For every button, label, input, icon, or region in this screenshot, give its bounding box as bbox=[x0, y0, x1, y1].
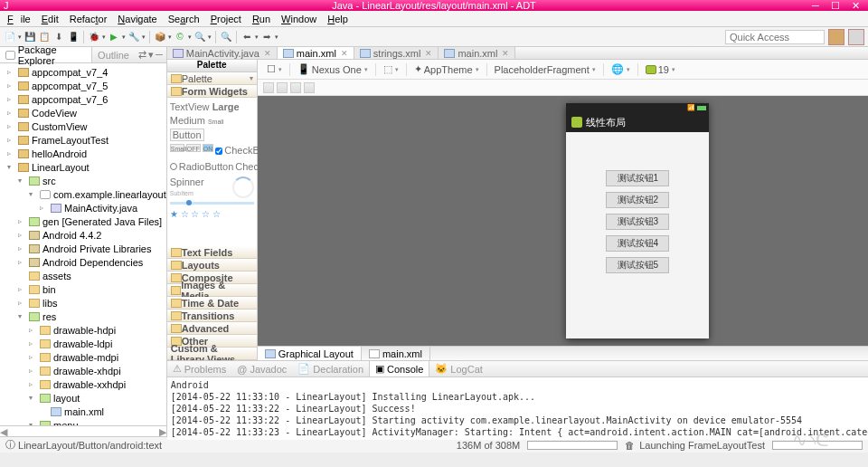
tree-node[interactable]: assets bbox=[0, 269, 166, 282]
tab-package-explorer[interactable]: Package Explorer bbox=[0, 47, 92, 62]
back-icon[interactable]: ⬅ bbox=[241, 31, 253, 43]
preview-button[interactable]: 测试按钮5 bbox=[606, 257, 669, 273]
download-icon[interactable]: ⬇ bbox=[52, 31, 65, 43]
api-dropdown[interactable]: 19 bbox=[642, 63, 679, 76]
tree-node[interactable]: main.xml bbox=[0, 405, 166, 418]
project-tree[interactable]: ▹appcompat_v7_4▹appcompat_v7_5▹appcompat… bbox=[0, 63, 166, 425]
tab-console[interactable]: ▣ Console bbox=[369, 361, 429, 376]
editor-tab[interactable]: strings.xml✕ bbox=[354, 47, 439, 59]
ext-tools-icon[interactable]: 🔧 bbox=[127, 31, 140, 43]
editor-tab[interactable]: main.xml✕ bbox=[439, 47, 515, 59]
tree-node[interactable]: ▾LinearLayout bbox=[0, 160, 166, 174]
tab-declaration[interactable]: 📄 Declaration bbox=[292, 361, 369, 376]
tree-node[interactable]: ▹appcompat_v7_5 bbox=[0, 79, 166, 92]
device-dropdown[interactable]: 📱 Nexus One bbox=[294, 62, 372, 76]
tree-node[interactable]: ▹appcompat_v7_4 bbox=[0, 65, 166, 79]
perspective-other[interactable] bbox=[848, 29, 864, 45]
quick-access-input[interactable] bbox=[725, 30, 825, 44]
tree-node[interactable]: ▾src bbox=[0, 174, 166, 187]
tree-node[interactable]: ▹gen [Generated Java Files] bbox=[0, 214, 166, 228]
tab-problems[interactable]: ⚠ Problems bbox=[167, 361, 231, 376]
tree-node[interactable]: ▹libs bbox=[0, 296, 166, 310]
editor-tab[interactable]: main.xml✕ bbox=[278, 47, 354, 59]
tree-node[interactable]: ▹appcompat_v7_6 bbox=[0, 92, 166, 106]
palette-images[interactable]: Images & Media bbox=[167, 284, 257, 297]
tree-node[interactable]: ▾com.example.linearlayout bbox=[0, 187, 166, 201]
new-icon[interactable]: 📄 bbox=[4, 31, 16, 43]
tree-node[interactable]: ▾layout bbox=[0, 391, 166, 405]
canvas-tool-2[interactable] bbox=[277, 82, 288, 93]
tree-node[interactable]: ▹Android 4.4.2 bbox=[0, 228, 166, 242]
theme-dropdown[interactable]: ✦ AppTheme bbox=[410, 62, 483, 76]
menu-window[interactable]: Window bbox=[278, 14, 320, 24]
close-button[interactable]: ✕ bbox=[846, 0, 864, 12]
search-icon[interactable]: 🔍 bbox=[220, 31, 232, 43]
palette-radio[interactable] bbox=[170, 163, 177, 170]
menu-edit[interactable]: Edit bbox=[38, 14, 62, 24]
new-class-icon[interactable]: © bbox=[174, 31, 186, 43]
tree-node[interactable]: ▹Android Private Libraries bbox=[0, 242, 166, 255]
preview-button[interactable]: 测试按钮2 bbox=[606, 192, 669, 208]
canvas-tool-1[interactable] bbox=[263, 82, 274, 93]
scroll-right-icon[interactable]: ▶ bbox=[159, 426, 166, 436]
minimize-view-icon[interactable]: ─ bbox=[156, 49, 163, 61]
new-package-icon[interactable]: 📦 bbox=[154, 31, 166, 43]
tree-node[interactable]: ▹FrameLayoutTest bbox=[0, 133, 166, 147]
tab-javadoc[interactable]: @ Javadoc bbox=[231, 361, 292, 376]
menu-file[interactable]: File bbox=[4, 14, 34, 24]
view-menu-icon[interactable]: ▾ bbox=[148, 49, 154, 61]
palette-slider[interactable] bbox=[170, 202, 254, 205]
scroll-left-icon[interactable]: ◀ bbox=[0, 426, 7, 436]
palette-dropdown[interactable]: Palette bbox=[167, 72, 257, 85]
phone-icon[interactable]: 📱 bbox=[67, 31, 80, 43]
palette-form-widgets[interactable]: Form Widgets bbox=[167, 85, 257, 98]
tree-node[interactable]: ▾res bbox=[0, 310, 166, 323]
fragment-dropdown[interactable]: PlaceholderFragment bbox=[491, 63, 599, 76]
menu-help[interactable]: Help bbox=[324, 14, 352, 24]
editor-tab[interactable]: MainActivity.java✕ bbox=[167, 47, 278, 59]
tree-node[interactable]: ▹drawable-ldpi bbox=[0, 337, 166, 350]
palette-transitions[interactable]: Transitions bbox=[167, 310, 257, 322]
tree-node[interactable]: ▹Android Dependencies bbox=[0, 255, 166, 269]
tab-graphical-layout[interactable]: Graphical Layout bbox=[258, 347, 362, 360]
save-all-icon[interactable]: 📋 bbox=[38, 31, 51, 43]
tab-xml-source[interactable]: main.xml bbox=[362, 347, 430, 360]
menu-run[interactable]: Run bbox=[249, 14, 274, 24]
console-output[interactable]: Android [2014-05-22 11:33:10 - LinearLay… bbox=[167, 377, 868, 440]
tree-node[interactable]: ▹drawable-hdpi bbox=[0, 323, 166, 337]
preview-button[interactable]: 测试按钮4 bbox=[606, 235, 669, 252]
run-icon[interactable]: ▶ bbox=[108, 31, 120, 43]
forward-icon[interactable]: ➡ bbox=[260, 31, 273, 43]
memory-bar[interactable] bbox=[527, 441, 618, 450]
tree-node[interactable]: ▹helloAndroid bbox=[0, 147, 166, 160]
palette-custom[interactable]: Custom & Library Views bbox=[167, 348, 257, 360]
tree-node[interactable]: ▹drawable-xhdpi bbox=[0, 364, 166, 377]
tree-node[interactable]: ▹CustomView bbox=[0, 119, 166, 133]
perspective-java[interactable] bbox=[828, 29, 844, 45]
tab-outline-left[interactable]: Outline bbox=[92, 47, 135, 62]
orientation-dropdown[interactable]: ⬚ bbox=[380, 62, 402, 76]
palette-text-fields[interactable]: Text Fields bbox=[167, 246, 257, 259]
menu-search[interactable]: Search bbox=[165, 14, 203, 24]
minimize-button[interactable]: ─ bbox=[807, 0, 825, 12]
menu-navigate[interactable]: Navigate bbox=[114, 14, 160, 24]
tree-node[interactable]: ▹drawable-mdpi bbox=[0, 350, 166, 364]
palette-checkbox[interactable] bbox=[215, 148, 222, 155]
preview-button[interactable]: 测试按钮3 bbox=[606, 214, 669, 230]
tab-logcat[interactable]: 🐱 LogCat bbox=[429, 361, 487, 376]
maximize-button[interactable]: ☐ bbox=[826, 0, 844, 12]
save-icon[interactable]: 💾 bbox=[24, 31, 36, 43]
gc-icon[interactable]: 🗑 bbox=[625, 440, 632, 451]
config-dropdown[interactable]: ☐ bbox=[263, 62, 286, 76]
debug-icon[interactable]: 🐞 bbox=[88, 31, 100, 43]
palette-time-date[interactable]: Time & Date bbox=[167, 297, 257, 310]
canvas-tool-4[interactable] bbox=[304, 82, 315, 93]
rating-icon[interactable]: ★ ☆ ☆ ☆ ☆ bbox=[170, 208, 254, 221]
link-with-editor-icon[interactable]: ⇄ bbox=[138, 49, 146, 61]
open-type-icon[interactable]: 🔍 bbox=[193, 31, 206, 43]
menu-refactor[interactable]: Refactor bbox=[66, 14, 111, 24]
tree-node[interactable]: ▹bin bbox=[0, 282, 166, 296]
tree-node[interactable]: ▾menu bbox=[0, 418, 166, 425]
canvas-tool-3[interactable] bbox=[290, 82, 301, 93]
tree-node[interactable]: ▹MainActivity.java bbox=[0, 201, 166, 214]
